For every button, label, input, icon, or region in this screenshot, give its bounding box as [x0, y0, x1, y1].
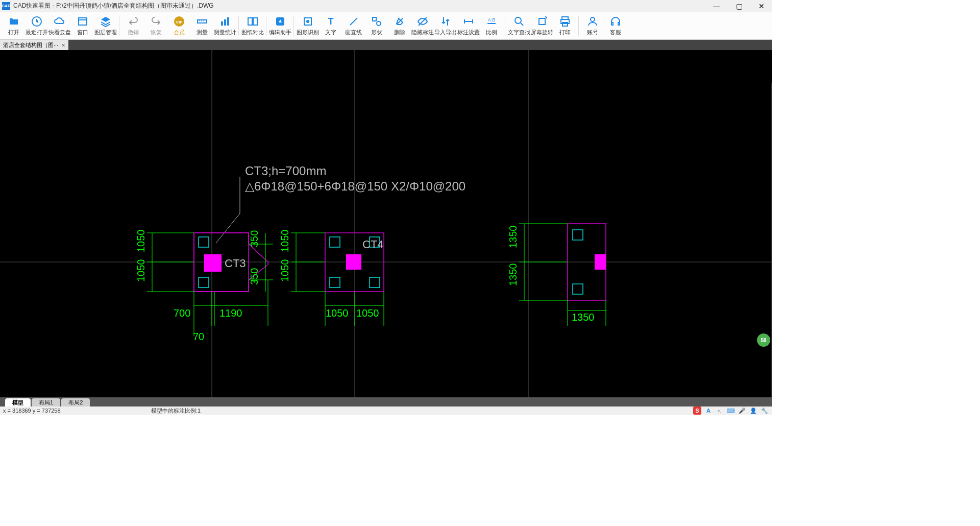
file-tab-active[interactable]: 酒店全套结构图（图··· ×	[0, 40, 68, 50]
compare-icon	[247, 15, 259, 28]
window-title: CAD快速看图 - F:\2中国丹顶鹤小镇\酒店全套结构图（图审未通过）.DWG	[13, 2, 708, 10]
headset-icon	[609, 15, 622, 28]
svg-point-20	[377, 21, 381, 26]
file-tab-label: 酒店全套结构图（图···	[3, 41, 58, 49]
text-search-button[interactable]: 文字查找	[507, 13, 530, 39]
redo-icon	[150, 15, 162, 28]
undo-button[interactable]: 撤销	[121, 13, 144, 39]
svg-text:700: 700	[174, 307, 190, 319]
annotation-text-1: CT3;h=700mm	[245, 164, 326, 178]
svg-text:70: 70	[193, 331, 204, 342]
window-icon	[77, 15, 89, 28]
clock-icon	[31, 15, 43, 28]
shape-button[interactable]: 形状	[365, 13, 388, 39]
toolbar-separator	[293, 16, 294, 36]
text-icon: T	[325, 15, 337, 28]
svg-point-16	[306, 20, 309, 23]
compare-button[interactable]: 图纸对比	[241, 13, 264, 39]
scale-label: 模型中的标注比例:1	[151, 407, 693, 415]
edit-helper-button[interactable]: 编辑助手	[268, 13, 291, 39]
eraser-icon	[394, 15, 406, 28]
svg-rect-52	[346, 254, 361, 270]
shape-recognition-button[interactable]: 图形识别	[296, 13, 319, 39]
person-icon[interactable]: 👤	[749, 407, 757, 415]
svg-line-28	[521, 23, 523, 26]
vip-button[interactable]: VIP会员	[167, 13, 190, 39]
svg-text:1050: 1050	[279, 259, 290, 282]
delete-button[interactable]: 删除	[388, 13, 411, 39]
dim-setting-button[interactable]: 标注设置	[457, 13, 480, 39]
toolbar-separator	[266, 16, 266, 36]
svg-rect-13	[253, 18, 257, 25]
svg-text:A:B: A:B	[487, 17, 495, 22]
ratio-icon: A:B	[485, 15, 498, 28]
status-right: S A •, ⌨ 🎤 👤 🔧	[693, 407, 769, 415]
svg-text:CT3: CT3	[225, 257, 246, 270]
import-export-icon	[439, 15, 452, 28]
window-button[interactable]: 窗口	[71, 13, 94, 39]
account-button[interactable]: 账号	[581, 13, 604, 39]
recent-button[interactable]: 最近打开	[25, 13, 48, 39]
stats-icon	[219, 15, 231, 28]
svg-text:1050: 1050	[135, 259, 146, 282]
letter-icon[interactable]: A	[704, 407, 713, 415]
ratio-button[interactable]: A:B比例	[480, 13, 503, 39]
service-button[interactable]: 客服	[604, 13, 627, 39]
toolbar-separator	[119, 16, 119, 36]
redo-button[interactable]: 恢复	[144, 13, 167, 39]
import-export-button[interactable]: 导入导出	[434, 13, 457, 39]
svg-point-33	[591, 17, 595, 21]
ime-icon[interactable]: S	[693, 407, 701, 415]
svg-text:350: 350	[249, 268, 260, 285]
svg-rect-12	[248, 18, 252, 25]
svg-rect-10	[224, 19, 226, 26]
edit-helper-icon	[274, 15, 286, 28]
svg-rect-55	[573, 230, 583, 240]
toolbar-separator	[578, 16, 579, 36]
layers-icon	[100, 15, 112, 28]
float-badge[interactable]: 58	[757, 333, 770, 347]
ruler-icon	[196, 15, 208, 28]
svg-line-40	[216, 213, 240, 243]
svg-text:350: 350	[249, 230, 260, 247]
print-button[interactable]: 打印	[553, 13, 576, 39]
svg-text:1050: 1050	[356, 307, 379, 319]
layer-button[interactable]: 图层管理	[94, 13, 117, 39]
coordinates: x = 318369 y = 737258	[3, 408, 151, 414]
rotate-button[interactable]: 屏幕旋转	[530, 13, 553, 39]
tab-model[interactable]: 模型	[5, 398, 31, 407]
rotate-icon	[536, 15, 548, 28]
minimize-button[interactable]: —	[708, 1, 725, 11]
hide-dim-button[interactable]: 隐藏标注	[411, 13, 434, 39]
measure-button[interactable]: 测量	[190, 13, 213, 39]
punct-icon[interactable]: •,	[716, 407, 724, 415]
main-toolbar: 打开 最近打开 快看云盘 窗口 图层管理 撤销 恢复 VIP会员 测量 测量统计…	[0, 12, 772, 40]
annotation-text-2: △6Φ18@150+6Φ18@150 X2/Φ10@200	[245, 179, 465, 193]
tab-layout1[interactable]: 布局1	[32, 398, 60, 407]
text-button[interactable]: T文字	[319, 13, 342, 39]
close-icon[interactable]: ×	[61, 41, 65, 49]
close-button[interactable]: ✕	[753, 1, 770, 11]
open-button[interactable]: 打开	[2, 13, 25, 39]
tool-icon[interactable]: 🔧	[761, 407, 769, 415]
svg-rect-5	[198, 20, 207, 23]
line-button[interactable]: 画直线	[342, 13, 365, 39]
undo-icon	[127, 15, 139, 28]
svg-rect-45	[199, 277, 209, 288]
cloud-button[interactable]: 快看云盘	[48, 13, 71, 39]
maximize-button[interactable]: ▢	[731, 1, 747, 11]
svg-point-27	[515, 17, 521, 23]
print-icon	[559, 15, 571, 28]
svg-rect-56	[573, 284, 583, 294]
tab-layout2[interactable]: 布局2	[61, 398, 90, 407]
svg-text:1190: 1190	[219, 307, 242, 319]
mic-icon[interactable]: 🎤	[738, 407, 746, 415]
svg-rect-29	[539, 18, 545, 25]
cad-canvas[interactable]: CT3;h=700mm △6Φ18@150+6Φ18@150 X2/Φ10@20…	[0, 50, 772, 397]
search-icon	[513, 15, 525, 28]
measure-stat-button[interactable]: 测量统计	[213, 13, 236, 39]
svg-rect-9	[221, 21, 223, 26]
keyboard-icon[interactable]: ⌨	[727, 407, 735, 415]
svg-rect-19	[373, 17, 376, 21]
user-icon	[586, 15, 599, 28]
